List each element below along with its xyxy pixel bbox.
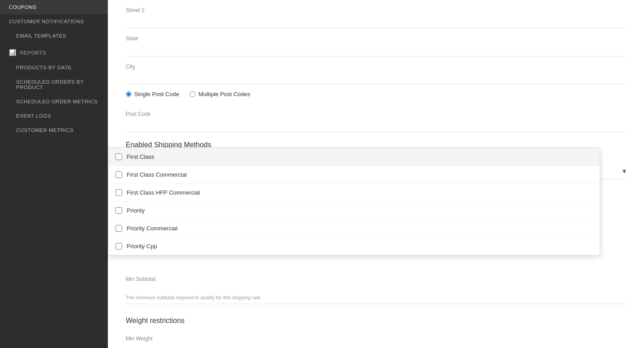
street2-input[interactable] [126, 15, 626, 24]
sidebar-item-customer-metrics[interactable]: CUSTOMER METRICS [0, 123, 108, 137]
min-weight-input[interactable] [126, 344, 626, 348]
min-subtotal-input[interactable] [126, 284, 626, 293]
radio-multiple-postcodes[interactable]: Multiple Post Codes [190, 91, 250, 98]
customer-metrics-label: CUSTOMER METRICS [16, 127, 74, 133]
dropdown-item-priority[interactable]: Priority [108, 202, 600, 220]
reports-label: REPORTS [20, 50, 47, 55]
postcode-type-group: Single Post Code Multiple Post Codes [126, 85, 626, 104]
customer-notifications-label: CUSTOMER NOTIFICATIONS [9, 19, 84, 24]
min-weight-field: Min Weight The minimum weight required t… [126, 328, 626, 348]
first-class-commercial-label: First Class Commercial [127, 171, 187, 178]
checkbox-priority-cpp[interactable] [115, 243, 122, 250]
min-subtotal-section: Min Subtotal The minimum subtotal requir… [126, 269, 626, 304]
content-area: Street 2 State City Single Post Code Mul… [108, 0, 644, 348]
city-label: City [126, 64, 626, 70]
postcode-field: Post Code [126, 104, 626, 132]
coupons-label: COUPONS [9, 4, 37, 10]
state-label: State [126, 35, 626, 42]
priority-commercial-label: Priority Commercial [127, 225, 177, 232]
min-subtotal-hint: The minimum subtotal required to qualify… [126, 295, 626, 300]
dropdown-item-first-class[interactable]: First Class [108, 148, 600, 166]
street2-label: Street 2 [126, 7, 626, 13]
sidebar-item-coupons[interactable]: COUPONS [0, 0, 108, 14]
sidebar: COUPONS CUSTOMER NOTIFICATIONS EMAIL TEM… [0, 0, 108, 348]
sidebar-item-reports[interactable]: 📊 REPORTS [0, 43, 108, 60]
priority-cpp-label: Priority Cpp [127, 243, 157, 250]
sidebar-item-scheduled-order-metrics[interactable]: SCHEDULED ORDER METRICS [0, 94, 108, 109]
email-templates-label: EMAIL TEMPLATES [16, 33, 66, 38]
checkbox-first-class[interactable] [115, 153, 122, 160]
first-class-label: First Class [127, 153, 154, 160]
event-logs-label: EVENT LOGS [16, 113, 51, 119]
sidebar-item-email-templates[interactable]: EMAIL TEMPLATES [0, 29, 108, 43]
scheduled-order-metrics-label: SCHEDULED ORDER METRICS [16, 99, 98, 104]
postcode-label: Post Code [126, 111, 626, 117]
sidebar-item-customer-notifications[interactable]: CUSTOMER NOTIFICATIONS [0, 14, 108, 29]
radio-single-label: Single Post Code [134, 91, 179, 98]
radio-single-postcode-input[interactable] [126, 91, 132, 97]
main-content: Street 2 State City Single Post Code Mul… [108, 0, 644, 348]
radio-multiple-postcodes-input[interactable] [190, 91, 196, 97]
min-subtotal-label: Min Subtotal [126, 276, 626, 282]
bar-chart-icon: 📊 [9, 49, 17, 56]
checkbox-priority[interactable] [115, 207, 122, 214]
shipping-methods-dropdown: First Class First Class Commercial First… [108, 148, 600, 255]
checkbox-first-class-hfp[interactable] [115, 189, 122, 196]
state-input[interactable] [126, 43, 626, 52]
products-by-date-label: PRODUCTS BY DATE [16, 65, 72, 70]
scheduled-orders-by-product-label: SCHEDULED ORDERS BY PRODUCT [16, 79, 99, 90]
weight-restrictions-heading: Weight restrictions [126, 308, 626, 328]
dropdown-item-first-class-hfp[interactable]: First Class HFP Commercial [108, 184, 600, 202]
first-class-hfp-label: First Class HFP Commercial [127, 189, 200, 196]
min-subtotal-field: Min Subtotal The minimum subtotal requir… [126, 269, 626, 304]
city-input[interactable] [126, 72, 626, 81]
dropdown-item-first-class-commercial[interactable]: First Class Commercial [108, 166, 600, 184]
radio-single-postcode[interactable]: Single Post Code [126, 91, 179, 98]
radio-multiple-label: Multiple Post Codes [198, 91, 250, 98]
dropdown-item-priority-commercial[interactable]: Priority Commercial [108, 220, 600, 238]
checkbox-priority-commercial[interactable] [115, 225, 122, 232]
checkbox-first-class-commercial[interactable] [115, 171, 122, 178]
sidebar-item-scheduled-orders-by-product[interactable]: SCHEDULED ORDERS BY PRODUCT [0, 75, 108, 94]
sidebar-item-event-logs[interactable]: EVENT LOGS [0, 109, 108, 123]
priority-label: Priority [127, 207, 145, 214]
dropdown-item-priority-cpp[interactable]: Priority Cpp [108, 238, 600, 255]
chevron-down-icon: ▾ [623, 167, 626, 175]
postcode-input[interactable] [126, 119, 626, 128]
city-field: City [126, 56, 626, 85]
sidebar-item-products-by-date[interactable]: PRODUCTS BY DATE [0, 60, 108, 75]
state-field: State [126, 28, 626, 56]
street2-field: Street 2 [126, 0, 626, 28]
min-weight-label: Min Weight [126, 335, 626, 342]
